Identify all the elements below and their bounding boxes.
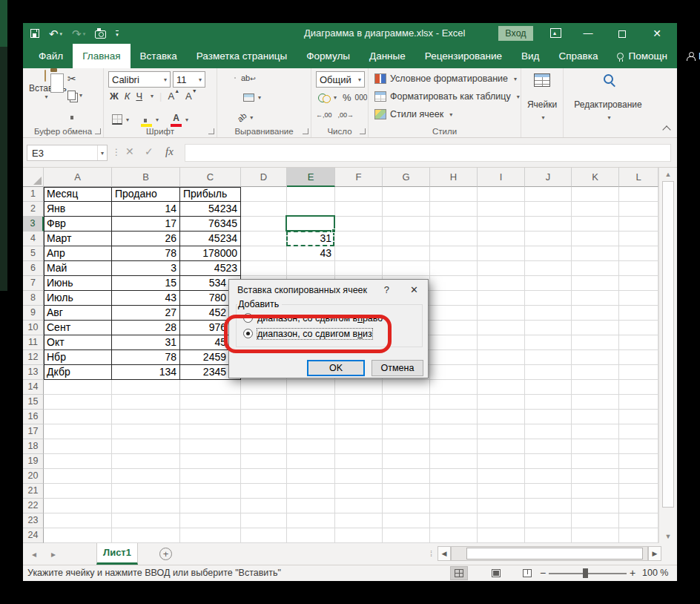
ribbon-tab-6[interactable]: Рецензирование: [415, 44, 512, 68]
cell-J2[interactable]: [525, 202, 572, 217]
cell-C16[interactable]: [180, 410, 241, 424]
ribbon-tab-1[interactable]: Главная: [73, 44, 130, 68]
cell-J1[interactable]: [525, 187, 572, 202]
cell-A16[interactable]: [44, 410, 112, 424]
cell-H3[interactable]: [430, 217, 478, 232]
cell-D19[interactable]: [241, 454, 287, 469]
cell-I21[interactable]: [478, 484, 525, 499]
cell-K10[interactable]: [572, 321, 619, 335]
cancel-button[interactable]: Отмена: [372, 360, 423, 376]
cell-B22[interactable]: [112, 499, 180, 513]
row-header-14[interactable]: 14: [23, 380, 44, 395]
cell-B5[interactable]: 78: [112, 246, 180, 261]
cell-B20[interactable]: [112, 469, 180, 484]
cell-B23[interactable]: [112, 513, 180, 528]
cell-L7[interactable]: [619, 276, 658, 291]
cell-B15[interactable]: [112, 395, 180, 410]
row-header-18[interactable]: 18: [23, 439, 44, 454]
column-header-K[interactable]: K: [572, 168, 619, 187]
cell-B8[interactable]: 43: [112, 291, 180, 306]
select-all-corner[interactable]: [23, 168, 44, 187]
minimize-button[interactable]: —: [575, 23, 601, 44]
cell-A10[interactable]: Сент: [44, 321, 112, 335]
cell-L3[interactable]: [619, 217, 658, 232]
dialog-close-button[interactable]: ✕: [410, 284, 418, 295]
cell-L14[interactable]: [619, 380, 658, 395]
cell-G4[interactable]: [383, 232, 430, 246]
cell-A4[interactable]: Март: [44, 232, 112, 246]
row-header-3[interactable]: 3: [23, 217, 44, 232]
cell-I18[interactable]: [478, 439, 525, 454]
cell-L19[interactable]: [619, 454, 658, 469]
undo-button[interactable]: ↶▾: [49, 28, 62, 39]
scroll-right-icon[interactable]: ▶: [648, 546, 661, 561]
cell-C23[interactable]: [180, 513, 241, 528]
cell-C15[interactable]: [180, 395, 241, 410]
horizontal-scroll-thumb[interactable]: [466, 548, 643, 559]
camera-button[interactable]: [95, 29, 106, 39]
cell-A11[interactable]: Окт: [44, 335, 112, 350]
row-header-6[interactable]: 6: [23, 261, 44, 276]
cell-F5[interactable]: [335, 246, 383, 261]
underline-button[interactable]: Ч: [136, 91, 142, 102]
cell-H17[interactable]: [430, 424, 478, 439]
save-button[interactable]: [30, 29, 39, 38]
cell-G23[interactable]: [383, 513, 430, 528]
cell-A21[interactable]: [44, 484, 112, 499]
cell-A24[interactable]: [44, 528, 112, 543]
cell-A17[interactable]: [44, 424, 112, 439]
vertical-scrollbar[interactable]: ▲ ▼: [658, 168, 677, 543]
name-box[interactable]: E3 ▾: [27, 145, 108, 161]
clipboard-dialog-launcher[interactable]: [95, 128, 101, 134]
cell-I15[interactable]: [478, 395, 525, 410]
ribbon-tab-0[interactable]: Файл: [29, 44, 73, 68]
cancel-entry-button[interactable]: ✕: [125, 145, 134, 157]
cell-J19[interactable]: [525, 454, 572, 469]
cell-H15[interactable]: [430, 395, 478, 410]
cell-I4[interactable]: [478, 232, 525, 246]
row-header-20[interactable]: 20: [23, 469, 44, 484]
column-header-J[interactable]: J: [525, 168, 572, 187]
cell-J11[interactable]: [525, 335, 572, 350]
cell-I13[interactable]: [478, 365, 525, 380]
cell-J5[interactable]: [525, 246, 572, 261]
row-header-12[interactable]: 12: [23, 350, 44, 365]
cell-H19[interactable]: [430, 454, 478, 469]
cell-J8[interactable]: [525, 291, 572, 306]
cell-F24[interactable]: [335, 528, 383, 543]
accounting-format-button[interactable]: ▾: [316, 91, 339, 103]
cell-I2[interactable]: [478, 202, 525, 217]
cell-A9[interactable]: Авг: [44, 306, 112, 321]
enter-entry-button[interactable]: ✓: [145, 145, 153, 157]
cell-H1[interactable]: [430, 187, 478, 202]
cell-A8[interactable]: Июль: [44, 291, 112, 306]
cell-I9[interactable]: [478, 306, 525, 321]
cell-J16[interactable]: [525, 410, 572, 424]
cell-G18[interactable]: [383, 439, 430, 454]
paste-button[interactable]: Вставить ▾: [29, 70, 62, 124]
scroll-up-icon[interactable]: ▲: [662, 168, 674, 180]
ribbon-tab-9[interactable]: Помощн: [607, 44, 677, 68]
cell-B12[interactable]: 78: [112, 350, 180, 365]
cell-A13[interactable]: Дкбр: [44, 365, 112, 380]
cell-D3[interactable]: [241, 217, 287, 232]
cell-G5[interactable]: [383, 246, 430, 261]
zoom-in-button[interactable]: +: [630, 567, 635, 579]
page-break-view-button[interactable]: [519, 567, 535, 580]
font-name-combo[interactable]: Calibri▾: [108, 71, 171, 88]
number-dialog-launcher[interactable]: [360, 128, 366, 134]
cell-B21[interactable]: [112, 484, 180, 499]
cell-E18[interactable]: [287, 439, 335, 454]
percent-style-button[interactable]: %: [343, 92, 351, 103]
customize-qat-button[interactable]: ▾: [116, 30, 119, 37]
cell-D22[interactable]: [241, 499, 287, 513]
cell-D23[interactable]: [241, 513, 287, 528]
cell-H13[interactable]: [430, 365, 478, 380]
cell-B13[interactable]: 134: [112, 365, 180, 380]
row-header-1[interactable]: 1: [23, 187, 44, 202]
copy-button[interactable]: ▾: [67, 91, 82, 100]
column-header-B[interactable]: B: [112, 168, 180, 187]
cell-D17[interactable]: [241, 424, 287, 439]
cell-A6[interactable]: Май: [44, 261, 112, 276]
bold-button[interactable]: Ж: [110, 91, 119, 102]
